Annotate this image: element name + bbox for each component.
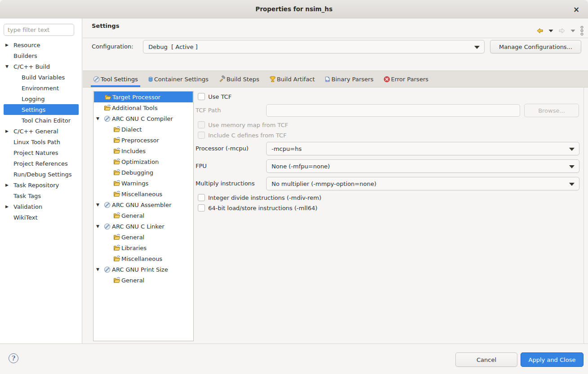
sidebar-item-logging[interactable]: Logging [4, 93, 79, 104]
multiply-select[interactable]: No multiplier (-mmpy-option=none) [266, 177, 579, 190]
tool-tree-item-label: Preprocessor [121, 137, 159, 144]
nav-toolbar [536, 25, 584, 36]
tool-tree-item-label: Includes [121, 148, 146, 154]
tool-tree-item-debugging[interactable]: Debugging [94, 167, 193, 178]
chevron-down-icon [569, 183, 575, 186]
help-icon[interactable]: ? [9, 353, 18, 363]
tool-tree-item-warnings[interactable]: Warnings [94, 178, 193, 189]
integer-divide-checkbox[interactable] [198, 194, 205, 201]
tool-tree-item-arc-gnu-assembler[interactable]: ▼ARC GNU Assembler [94, 199, 193, 210]
processor-select[interactable]: -mcpu=hs [266, 142, 579, 155]
chevron-down-icon [569, 165, 575, 168]
load-store-64-row[interactable]: 64-bit load/store instructions (-mll64) [198, 203, 317, 212]
tool-tree-item-arc-gnu-print-size[interactable]: ▼ARC GNU Print Size [94, 264, 193, 275]
tool-tree-item-miscellaneous[interactable]: Miscellaneous [94, 253, 193, 264]
sidebar-item-project-natures[interactable]: Project Natures [4, 147, 79, 158]
tab-build-steps[interactable]: Build Steps [216, 71, 262, 87]
tool-tree-item-libraries[interactable]: Libraries [94, 242, 193, 253]
binary-file-icon: 010 [325, 76, 330, 83]
tool-tree-item-miscellaneous[interactable]: Miscellaneous [94, 189, 193, 199]
tab-build-artifact[interactable]: Build Artifact [267, 71, 317, 87]
tool-wrench-icon [104, 202, 112, 208]
sidebar-item-settings[interactable]: Settings [4, 104, 79, 115]
sidebar-tree: ▶ResourceBuilders▼C/C++ BuildBuild Varia… [0, 40, 82, 223]
tab-label: Build Artifact [277, 76, 315, 83]
sidebar-item-linux-tools-path[interactable]: Linux Tools Path [4, 136, 79, 147]
tool-tree-item-general[interactable]: General [94, 232, 193, 242]
sidebar-item-c-c-general[interactable]: ▶C/C++ General [4, 126, 79, 136]
back-history-caret-icon[interactable] [548, 29, 554, 33]
tool-tree-item-label: ARC GNU C Linker [112, 223, 165, 230]
expander-expanded-icon[interactable]: ▼ [96, 116, 104, 121]
category-folder-icon [113, 233, 121, 241]
expander-collapsed-icon[interactable]: ▶ [5, 129, 13, 133]
sidebar-item-run-debug-settings[interactable]: Run/Debug Settings [4, 169, 79, 180]
sidebar-item-task-repository[interactable]: ▶Task Repository [4, 180, 79, 190]
sidebar-item-builders[interactable]: Builders [4, 50, 79, 61]
filter-input[interactable] [4, 24, 74, 36]
tool-tree-item-optimization[interactable]: Optimization [94, 156, 193, 167]
load-store-64-checkbox[interactable] [198, 204, 205, 211]
category-folder-icon [104, 93, 112, 101]
back-arrow-icon[interactable] [536, 27, 544, 34]
expander-collapsed-icon[interactable]: ▶ [5, 43, 13, 47]
sidebar-item-label: Task Repository [13, 182, 59, 189]
tool-tree-item-arc-gnu-c-linker[interactable]: ▼ARC GNU C Linker [94, 221, 193, 232]
tab-tool-settings[interactable]: Tool Settings [91, 71, 140, 87]
tab-error-parsers[interactable]: Error Parsers [381, 71, 431, 87]
forward-arrow-icon[interactable] [558, 27, 566, 34]
multiply-value: No multiplier (-mmpy-option=none) [272, 180, 376, 187]
tool-tree-item-includes[interactable]: Includes [94, 145, 193, 156]
fpu-select[interactable]: None (-mfpu=none) [266, 159, 579, 173]
window-title: Properties for nsim_hs [255, 5, 333, 13]
configuration-select[interactable]: Debug [ Active ] [143, 40, 485, 53]
sidebar-item-task-tags[interactable]: Task Tags [4, 190, 79, 201]
sidebar-item-label: Task Tags [13, 193, 41, 199]
include-c-defines-row[interactable]: Include C defines from TCF [198, 131, 286, 140]
apply-and-close-button[interactable]: Apply and Close [521, 352, 584, 367]
tool-tree-item-label: Additional Tools [112, 105, 157, 111]
sidebar-item-c-c-build[interactable]: ▼C/C++ Build [4, 61, 79, 72]
expander-expanded-icon[interactable]: ▼ [96, 202, 104, 207]
tool-tree-item-dialect[interactable]: Dialect [94, 124, 193, 135]
sidebar-item-environment[interactable]: Environment [4, 83, 79, 93]
expander-expanded-icon[interactable]: ▼ [96, 267, 104, 272]
tool-tree-item-label: Warnings [121, 180, 148, 187]
tool-tree-item-general[interactable]: General [94, 275, 193, 286]
tool-tree-item-target-processor[interactable]: Target Processor [94, 92, 193, 102]
use-memory-map-row[interactable]: Use memory map from TCF [198, 120, 288, 129]
view-menu-icon[interactable] [580, 26, 584, 36]
sidebar-item-label: Linux Tools Path [13, 139, 60, 145]
tab-binary-parsers[interactable]: 010Binary Parsers [322, 71, 375, 87]
expander-collapsed-icon[interactable]: ▶ [5, 183, 13, 187]
sidebar-item-wikitext[interactable]: WikiText [4, 212, 79, 223]
sidebar-item-validation[interactable]: ▶Validation [4, 201, 79, 212]
sidebar-item-resource[interactable]: ▶Resource [4, 40, 79, 50]
sidebar-item-label: Builders [13, 53, 37, 59]
use-memory-map-checkbox[interactable] [198, 121, 205, 128]
tool-tree-item-general[interactable]: General [94, 210, 193, 221]
tool-tree-item-arc-gnu-c-compiler[interactable]: ▼ARC GNU C Compiler [94, 113, 193, 124]
cancel-button[interactable]: Cancel [455, 352, 517, 367]
manage-configurations-button[interactable]: Manage Configurations... [490, 40, 581, 53]
sidebar-item-project-references[interactable]: Project References [4, 158, 79, 169]
tab-container-settings[interactable]: Container Settings [146, 71, 211, 87]
tool-tree-item-label: Miscellaneous [121, 255, 162, 262]
tool-tree-item-preprocessor[interactable]: Preprocessor [94, 135, 193, 145]
include-c-defines-checkbox[interactable] [198, 132, 205, 139]
sidebar-item-label: Tool Chain Editor [22, 117, 71, 124]
category-folder-icon [113, 190, 121, 198]
sidebar-item-tool-chain-editor[interactable]: Tool Chain Editor [4, 115, 79, 126]
expander-expanded-icon[interactable]: ▼ [5, 64, 13, 69]
tcf-path-input[interactable] [266, 104, 520, 117]
expander-expanded-icon[interactable]: ▼ [96, 224, 104, 229]
forward-history-caret-icon[interactable] [570, 29, 576, 33]
sidebar-item-build-variables[interactable]: Build Variables [4, 72, 79, 83]
expander-collapsed-icon[interactable]: ▶ [5, 204, 13, 209]
integer-divide-row[interactable]: Integer divide instructions (-mdiv-rem) [198, 193, 321, 202]
use-tcf-row[interactable]: Use TCF [198, 92, 232, 101]
browse-button[interactable]: Browse... [524, 104, 579, 117]
tool-tree-item-additional-tools[interactable]: Additional Tools [94, 102, 193, 113]
close-icon[interactable]: × [571, 4, 582, 15]
use-tcf-checkbox[interactable] [198, 93, 205, 100]
